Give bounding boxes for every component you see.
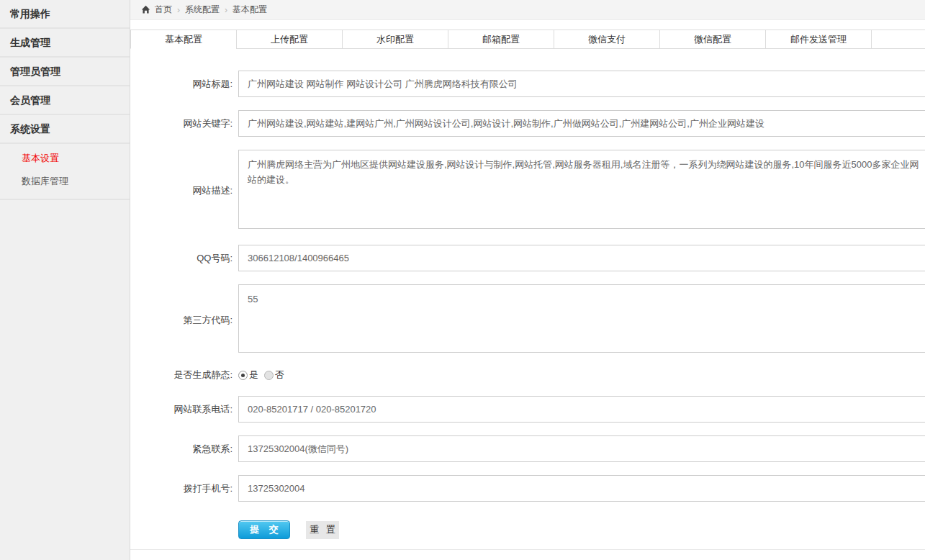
sidebar-item-member-management[interactable]: 会员管理 <box>0 86 130 115</box>
tab-wechat-pay[interactable]: 微信支付 <box>554 30 660 49</box>
generate-static-yes-label[interactable]: 是 <box>249 369 258 381</box>
basic-config-form: 网站标题: 网站关键字: 网站描述: 广州腾虎网络主营为广州地区提供网站建设服务… <box>130 49 925 550</box>
form-actions: 提 交 重 置 <box>238 520 925 539</box>
tab-basic-config[interactable]: 基本配置 <box>130 30 237 49</box>
tab-upload-config[interactable]: 上传配置 <box>236 30 343 49</box>
form-row: 第三方代码: 55 <box>130 284 925 356</box>
site-title-input[interactable] <box>238 71 925 97</box>
tab-overflow <box>871 30 925 49</box>
sidebar-item-common-operations[interactable]: 常用操作 <box>0 0 130 29</box>
reset-button[interactable]: 重 置 <box>306 521 339 539</box>
breadcrumb-separator: › <box>225 5 227 15</box>
site-description-label: 网站描述: <box>130 150 238 232</box>
generate-static-no-label[interactable]: 否 <box>275 369 284 381</box>
generate-static-yes-radio[interactable] <box>238 371 248 380</box>
tab-bar: 基本配置 上传配置 水印配置 邮箱配置 微信支付 微信配置 邮件发送管理 <box>130 30 925 49</box>
main-content: 首页 › 系统配置 › 基本配置 基本配置 上传配置 水印配置 邮箱配置 微信支… <box>130 0 925 560</box>
emergency-contact-input[interactable] <box>238 435 925 462</box>
sidebar: 常用操作 生成管理 管理员管理 会员管理 系统设置 基本设置 数据库管理 <box>0 0 130 560</box>
sidebar-subitem-database-management[interactable]: 数据库管理 <box>0 170 130 193</box>
site-phone-input[interactable] <box>238 396 925 423</box>
breadcrumb-separator: › <box>177 5 180 15</box>
qq-number-label: QQ号码: <box>130 245 238 271</box>
form-row: QQ号码: <box>130 245 925 271</box>
breadcrumb: 首页 › 系统配置 › 基本配置 <box>130 0 925 20</box>
tab-mailbox-config[interactable]: 邮箱配置 <box>448 30 554 49</box>
form-row: 拨打手机号: <box>130 475 925 502</box>
breadcrumb-current-page: 基本配置 <box>233 4 267 16</box>
tab-watermark-config[interactable]: 水印配置 <box>342 30 448 49</box>
dial-mobile-input[interactable] <box>238 475 925 502</box>
form-row: 网站描述: 广州腾虎网络主营为广州地区提供网站建设服务,网站设计与制作,网站托管… <box>130 150 925 232</box>
site-description-textarea[interactable]: 广州腾虎网络主营为广州地区提供网站建设服务,网站设计与制作,网站托管,网站服务器… <box>238 150 925 229</box>
breadcrumb-home-link[interactable]: 首页 <box>155 4 172 16</box>
form-row: 网站关键字: <box>130 110 925 137</box>
emergency-contact-label: 紧急联系: <box>130 435 238 462</box>
dial-mobile-label: 拨打手机号: <box>130 475 238 502</box>
qq-number-input[interactable] <box>238 245 925 271</box>
third-party-code-label: 第三方代码: <box>130 284 238 356</box>
sidebar-item-generation-management[interactable]: 生成管理 <box>0 29 130 58</box>
form-row: 紧急联系: <box>130 435 925 462</box>
third-party-code-textarea[interactable]: 55 <box>238 284 925 353</box>
content-bottom-divider <box>130 549 925 550</box>
generate-static-label: 是否生成静态: <box>130 369 238 381</box>
form-row: 网站联系电话: <box>130 396 925 423</box>
form-row: 是否生成静态: 是 否 <box>130 369 925 381</box>
tab-mail-send-management[interactable]: 邮件发送管理 <box>765 30 872 49</box>
generate-static-no-radio[interactable] <box>264 371 274 380</box>
sidebar-item-admin-management[interactable]: 管理员管理 <box>0 58 130 86</box>
tab-wechat-config[interactable]: 微信配置 <box>659 30 766 49</box>
site-keywords-label: 网站关键字: <box>130 110 238 137</box>
sidebar-submenu: 基本设置 数据库管理 <box>0 144 130 200</box>
form-row: 网站标题: <box>130 71 925 97</box>
site-title-label: 网站标题: <box>130 71 238 97</box>
sidebar-item-system-settings[interactable]: 系统设置 <box>0 115 130 144</box>
site-keywords-input[interactable] <box>238 110 925 137</box>
home-icon <box>141 5 150 14</box>
site-phone-label: 网站联系电话: <box>130 396 238 423</box>
submit-button[interactable]: 提 交 <box>238 520 290 539</box>
breadcrumb-system-config-link[interactable]: 系统配置 <box>185 4 220 16</box>
sidebar-subitem-basic-settings[interactable]: 基本设置 <box>0 147 130 170</box>
